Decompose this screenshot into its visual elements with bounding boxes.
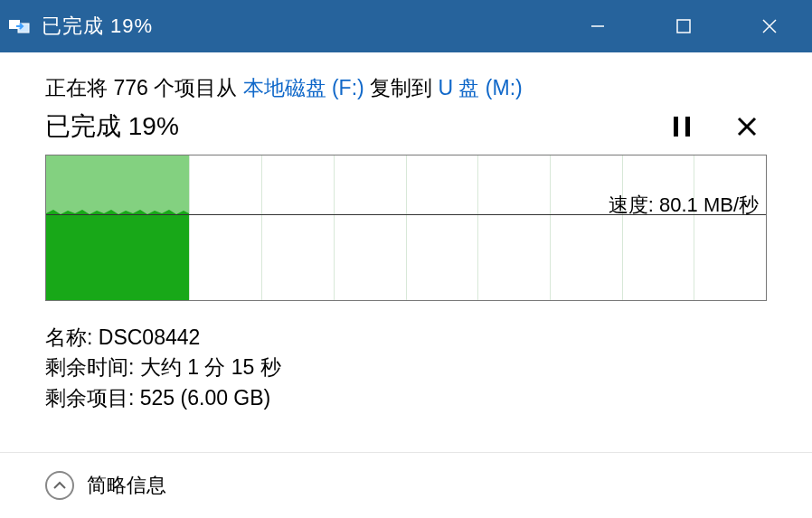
chevron-up-icon[interactable] xyxy=(45,471,74,500)
pause-icon[interactable] xyxy=(666,110,698,143)
svg-rect-3 xyxy=(677,20,690,33)
operation-headline: 正在将 776 个项目从 本地磁盘 (F:) 复制到 U 盘 (M:) xyxy=(45,74,770,102)
close-button[interactable] xyxy=(726,0,812,52)
window-title: 已完成 19% xyxy=(42,13,153,40)
brief-info-toggle[interactable]: 简略信息 xyxy=(87,472,166,499)
chart-jagged-edge xyxy=(46,208,189,219)
titlebar: 已完成 19% xyxy=(0,0,812,52)
copy-icon xyxy=(9,18,36,34)
chart-fill-lower xyxy=(46,214,189,300)
headline-mid: 复制到 xyxy=(364,76,439,99)
detail-name: 名称: DSC08442 xyxy=(45,323,770,353)
footer: 简略信息 xyxy=(0,453,812,518)
minimize-button[interactable] xyxy=(554,0,640,52)
window-controls xyxy=(554,0,812,52)
svg-rect-6 xyxy=(674,117,678,137)
source-link[interactable]: 本地磁盘 (F:) xyxy=(243,76,364,99)
cancel-icon[interactable] xyxy=(731,110,763,143)
svg-rect-7 xyxy=(685,117,690,137)
details-block: 名称: DSC08442 剩余时间: 大约 1 分 15 秒 剩余项目: 525… xyxy=(45,323,770,413)
progress-text: 已完成 19% xyxy=(45,109,179,144)
chart-fill-upper xyxy=(46,155,189,214)
detail-time-remaining: 剩余时间: 大约 1 分 15 秒 xyxy=(45,353,770,382)
detail-items-remaining: 剩余项目: 525 (6.00 GB) xyxy=(45,383,770,413)
speed-chart: 速度: 80.1 MB/秒 xyxy=(45,155,767,301)
progress-row: 已完成 19% xyxy=(45,109,770,144)
progress-controls xyxy=(666,110,763,143)
content-area: 正在将 776 个项目从 本地磁盘 (F:) 复制到 U 盘 (M:) 已完成 … xyxy=(0,52,812,453)
speed-value: 80.1 MB/秒 xyxy=(659,193,759,216)
dest-link[interactable]: U 盘 (M:) xyxy=(438,76,522,99)
headline-prefix: 正在将 776 个项目从 xyxy=(45,76,243,99)
speed-prefix: 速度: xyxy=(609,193,659,216)
maximize-button[interactable] xyxy=(640,0,726,52)
speed-label: 速度: 80.1 MB/秒 xyxy=(609,192,759,219)
